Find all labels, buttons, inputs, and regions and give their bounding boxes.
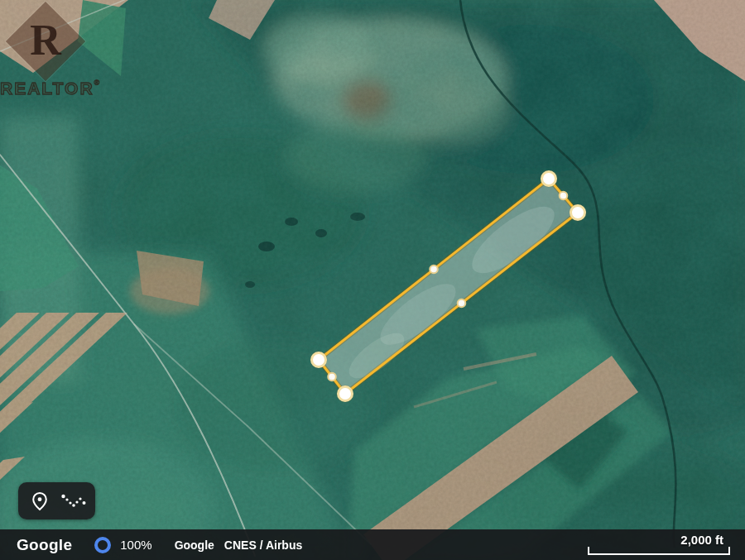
polygon-midpoint-handle[interactable] <box>328 373 336 381</box>
polygon-vertex-handle[interactable] <box>542 172 556 186</box>
map-viewport: R REALTOR® <box>0 0 745 560</box>
polygon-midpoint-handle[interactable] <box>458 299 466 308</box>
satellite-map[interactable] <box>0 0 745 560</box>
polygon-vertex-handle[interactable] <box>571 206 585 220</box>
zoom-ring-icon <box>94 537 111 553</box>
map-tools-panel <box>18 482 95 519</box>
polygon-midpoint-handle[interactable] <box>560 192 568 200</box>
measure-path-button[interactable] <box>60 488 87 515</box>
polygon-vertex-handle[interactable] <box>312 353 326 367</box>
grain-overlay-light <box>0 0 745 560</box>
zoom-percent: 100% <box>120 538 151 552</box>
status-bar: Google 100% GoogleCNES / Airbus 2,000 ft <box>0 529 745 560</box>
map-attribution: GoogleCNES / Airbus <box>175 538 303 552</box>
measure-path-icon <box>61 494 86 509</box>
location-pin-button[interactable] <box>26 488 53 515</box>
scale-label: 2,000 ft <box>680 533 723 547</box>
scale-bar: 2,000 ft <box>588 534 730 555</box>
google-logo[interactable]: Google <box>17 536 72 554</box>
scale-line <box>588 547 730 555</box>
polygon-vertex-handle[interactable] <box>339 387 353 401</box>
polygon-midpoint-handle[interactable] <box>430 266 438 274</box>
location-pin-icon <box>31 491 49 511</box>
